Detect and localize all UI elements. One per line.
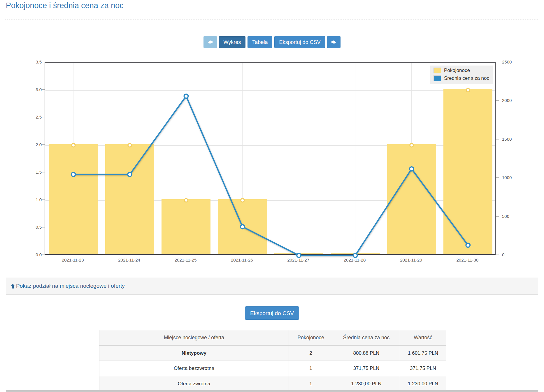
legend-item-pokojonoce[interactable]: Pokojonoce [434, 68, 489, 73]
right-axis-tick-label: 500 [502, 214, 509, 219]
left-axis-tick [42, 172, 45, 172]
legend-swatch-rednia-cena-za-noc [434, 75, 441, 81]
left-axis-tick-label: 3.0 [27, 87, 42, 92]
column-header-rednia-cena-za-noc: Średnia cena za noc [333, 330, 400, 345]
cutoff-row [6, 390, 538, 392]
x-axis-label-2021-11-30: 2021-11-30 [445, 257, 489, 262]
bar-marker-2021-11-29[interactable] [410, 144, 413, 147]
line-marker-2021-11-25[interactable] [184, 94, 188, 98]
left-axis-tick-label: 2.0 [27, 142, 42, 147]
breakdown-table: Miejsce noclegowe / ofertaPokojonoceŚred… [99, 330, 446, 392]
left-axis-tick-label: 0.0 [27, 252, 42, 257]
line-marker-2021-11-26[interactable] [241, 225, 245, 229]
table-row: Nietypowy2800,88 PLN1 601,75 PLN [99, 345, 446, 361]
bar-marker-2021-11-30[interactable] [466, 89, 470, 92]
x-axis-label-2021-11-29: 2021-11-29 [389, 257, 433, 262]
left-axis-tick [42, 117, 45, 117]
right-axis-tick [496, 139, 499, 140]
export-csv-button-table[interactable]: Eksportuj do CSV [245, 306, 299, 320]
left-axis-tick [42, 255, 45, 255]
x-axis-label-2021-11-24: 2021-11-24 [107, 257, 151, 262]
left-axis-tick-label: 3.5 [27, 59, 42, 65]
table-row: Oferta zwrotna11 230,00 PLN1 230,00 PLN [99, 376, 446, 392]
left-axis-tick-label: 1.0 [27, 197, 42, 202]
combo-chart: 0.00.51.01.52.02.53.03.50500100015002000… [0, 0, 544, 280]
line-marker-2021-11-30[interactable] [466, 243, 470, 247]
line-marker-2021-11-23[interactable] [71, 172, 76, 176]
offer-cell: Nietypowy [99, 345, 289, 361]
line-marker-2021-11-28[interactable] [353, 253, 357, 257]
legend-item-rednia-cena-za-noc[interactable]: Średnia cena za noc [434, 75, 489, 81]
right-axis-tick-label: 1500 [502, 137, 512, 142]
value-cell: 1 601,75 PLN [400, 345, 446, 361]
x-axis-label-2021-11-25: 2021-11-25 [164, 257, 207, 262]
left-axis-tick [42, 62, 45, 62]
legend-swatch-pokojonoce [434, 68, 441, 73]
right-axis-tick [496, 177, 499, 178]
right-axis-tick-label: 2000 [502, 98, 512, 103]
line-marker-2021-11-24[interactable] [128, 172, 132, 176]
arrow-up-icon [10, 283, 15, 289]
nights-cell: 1 [289, 361, 333, 376]
line-marker-2021-11-29[interactable] [410, 167, 414, 171]
column-header-miejsce-noclegowe-oferta: Miejsce noclegowe / oferta [99, 330, 289, 345]
x-axis-label-2021-11-27: 2021-11-27 [276, 257, 320, 262]
table-body: Nietypowy2800,88 PLN1 601,75 PLNOferta b… [99, 345, 446, 392]
breakdown-toggle-label: Pokaż podział na miejsca noclegowe i ofe… [16, 283, 125, 289]
right-axis-tick [496, 255, 499, 255]
column-header-pokojonoce: Pokojonoce [289, 330, 333, 345]
avg-price-cell: 1 230,00 PLN [333, 376, 400, 392]
left-axis-tick [42, 199, 45, 200]
avg-price-cell: 800,88 PLN [333, 345, 400, 361]
right-axis-tick-label: 0 [502, 252, 504, 257]
value-cell: 371,75 PLN [400, 361, 446, 376]
x-axis-label-2021-11-26: 2021-11-26 [220, 257, 264, 262]
bar-marker-2021-11-24[interactable] [128, 144, 131, 147]
right-axis-tick-label: 2500 [502, 59, 512, 65]
table-header: Miejsce noclegowe / ofertaPokojonoceŚred… [99, 330, 446, 345]
column-header-warto: Wartość [400, 330, 446, 345]
bar-marker-2021-11-25[interactable] [184, 199, 188, 202]
series-overlay [45, 63, 496, 255]
line-marker-2021-11-27[interactable] [297, 253, 301, 257]
offer-cell: Oferta bezzwrotna [99, 361, 289, 376]
avg-price-cell: 371,75 PLN [333, 361, 400, 376]
nights-cell: 2 [289, 345, 333, 361]
left-axis-tick [42, 227, 45, 227]
left-axis-tick [42, 89, 45, 90]
right-axis-tick [496, 62, 499, 62]
table-row: Oferta bezzwrotna1371,75 PLN371,75 PLN [99, 361, 446, 376]
left-axis-tick-label: 1.5 [27, 169, 42, 175]
x-axis-label-2021-11-23: 2021-11-23 [51, 257, 95, 262]
chart-legend: PokojonoceŚrednia cena za noc [430, 66, 493, 84]
plot-area [45, 62, 496, 255]
price-line [73, 96, 468, 255]
legend-label: Pokojonoce [444, 68, 470, 73]
offer-cell: Oferta zwrotna [99, 376, 289, 392]
left-axis-tick-label: 2.5 [27, 114, 42, 120]
breakdown-toggle[interactable]: Pokaż podział na miejsca noclegowe i ofe… [6, 278, 538, 295]
right-axis-tick [496, 216, 499, 217]
value-cell: 1 230,00 PLN [400, 376, 446, 392]
left-axis-tick-label: 0.5 [27, 225, 42, 230]
right-axis-tick-label: 1000 [502, 175, 512, 180]
legend-label: Średnia cena za noc [444, 75, 489, 81]
table-header-row: Miejsce noclegowe / ofertaPokojonoceŚred… [99, 330, 446, 345]
bar-marker-2021-11-23[interactable] [72, 144, 75, 147]
bar-marker-2021-11-26[interactable] [241, 199, 244, 202]
x-axis-label-2021-11-28: 2021-11-28 [333, 257, 377, 262]
nights-cell: 1 [289, 376, 333, 392]
right-axis-tick [496, 100, 499, 101]
left-axis-tick [42, 144, 45, 145]
